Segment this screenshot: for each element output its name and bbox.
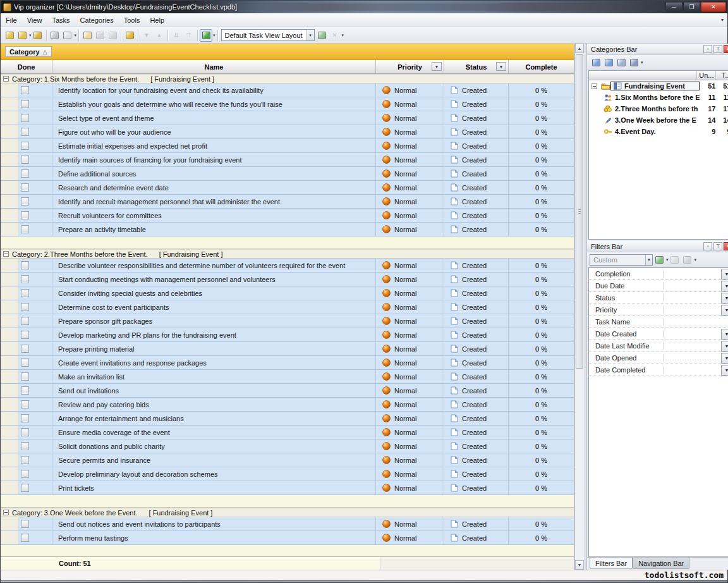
menu-item-view[interactable]: View xyxy=(22,15,47,26)
category-tree-item[interactable]: 2.Three Months before th1717 xyxy=(589,103,728,114)
delete-category-icon[interactable] xyxy=(628,56,640,69)
filter-value[interactable] xyxy=(664,364,721,376)
done-checkbox[interactable] xyxy=(21,261,29,269)
collapse-tree-icon[interactable] xyxy=(592,83,597,89)
delete-filter-icon[interactable] xyxy=(681,254,694,266)
category-group-row[interactable]: Category: 2.Three Months before the Even… xyxy=(1,249,574,259)
table-scrollbar[interactable]: ▲ ▼ xyxy=(574,44,584,570)
column-header-name[interactable]: Name xyxy=(52,60,376,73)
task-row[interactable]: Select type of event and themeNormalCrea… xyxy=(1,111,574,125)
layout-combo-dropdown-icon[interactable]: ▾ xyxy=(306,30,314,40)
done-checkbox[interactable] xyxy=(21,225,29,233)
group-by-category-chip[interactable]: Category △ xyxy=(5,46,52,57)
category-tree-item[interactable]: 1.Six Months before the E1111 xyxy=(589,92,728,103)
task-row[interactable]: Start conducting meetings with managemen… xyxy=(1,273,574,286)
restore-button-icon[interactable]: ❐ xyxy=(683,2,700,12)
filters-toolbar-overflow-icon[interactable]: ▾ xyxy=(695,257,697,262)
duplicate-task-icon[interactable] xyxy=(106,29,119,42)
new-database-icon[interactable] xyxy=(3,29,16,42)
done-checkbox[interactable] xyxy=(21,289,29,297)
column-header-complete[interactable]: Complete xyxy=(509,60,574,73)
filter-dropdown-icon[interactable]: ▼ xyxy=(721,281,728,292)
done-checkbox[interactable] xyxy=(21,197,29,206)
filters-close-icon[interactable]: ✕ xyxy=(724,242,728,250)
filter-value[interactable] xyxy=(664,268,721,279)
done-checkbox[interactable] xyxy=(21,183,29,192)
done-checkbox[interactable] xyxy=(21,317,29,325)
print-icon[interactable] xyxy=(49,29,61,42)
tree-col-undone[interactable]: Un... xyxy=(697,71,716,80)
move-to-bottom-icon[interactable]: ⇊ xyxy=(170,29,183,42)
task-view-layout-icon[interactable] xyxy=(200,29,212,42)
done-checkbox[interactable] xyxy=(21,442,29,450)
categories-toolbar-overflow-icon[interactable]: ▾ xyxy=(641,60,643,65)
filter-value[interactable] xyxy=(664,316,728,328)
done-checkbox[interactable] xyxy=(21,400,29,408)
filter-value[interactable] xyxy=(664,304,721,316)
task-row[interactable]: Prepare an activity timetableNormalCreat… xyxy=(1,223,574,236)
done-checkbox[interactable] xyxy=(21,345,29,353)
scrollbar-track[interactable] xyxy=(575,53,584,560)
menu-item-help[interactable]: Help xyxy=(145,15,169,26)
task-row[interactable]: Identify and recruit management personne… xyxy=(1,195,574,209)
minimize-button-icon[interactable]: ─ xyxy=(665,2,682,12)
done-checkbox[interactable] xyxy=(21,359,29,367)
load-filter-dropdown-icon[interactable]: ▾ xyxy=(666,257,669,262)
done-checkbox[interactable] xyxy=(21,275,29,283)
category-group-row[interactable]: Category: 1.Six Months before the Event.… xyxy=(1,74,574,83)
collapse-group-icon[interactable] xyxy=(3,76,9,82)
filter-dropdown-icon[interactable]: ▼ xyxy=(721,365,728,376)
column-header-status[interactable]: Status ▼ xyxy=(444,60,509,73)
move-down-icon[interactable]: ▼ xyxy=(140,29,153,42)
done-checkbox[interactable] xyxy=(21,142,29,150)
task-row[interactable]: Create event invitations and response pa… xyxy=(1,356,574,370)
done-checkbox[interactable] xyxy=(21,484,29,492)
edit-category-icon[interactable] xyxy=(615,56,628,69)
task-row[interactable]: Send out notices and event invitations t… xyxy=(1,517,574,531)
view-task-icon[interactable] xyxy=(123,29,136,42)
task-row[interactable]: Define additional sourcesNormalCreated0 … xyxy=(1,167,574,181)
new-subcategory-icon[interactable] xyxy=(602,56,615,69)
category-tree-item[interactable]: 4.Event Day.99 xyxy=(589,126,728,137)
done-checkbox[interactable] xyxy=(21,156,29,164)
task-row[interactable]: Establish your goals and determine who w… xyxy=(1,97,574,111)
column-header-done[interactable]: Done xyxy=(1,60,52,73)
save-database-icon[interactable] xyxy=(32,29,44,42)
priority-filter-icon[interactable]: ▼ xyxy=(432,62,442,71)
filter-dropdown-icon[interactable]: ▼ xyxy=(721,353,728,364)
task-row[interactable]: Estimate initial expenses and expected n… xyxy=(1,139,574,153)
print-preview-dropdown-icon[interactable]: ▾ xyxy=(75,33,77,38)
done-checkbox[interactable] xyxy=(21,100,29,108)
task-row[interactable]: Prepare sponsor gift packagesNormalCreat… xyxy=(1,314,574,328)
task-row[interactable]: Review and pay catering bidsNormalCreate… xyxy=(1,398,574,412)
task-row[interactable]: Determine cost to event participantsNorm… xyxy=(1,300,574,314)
filter-value[interactable] xyxy=(664,340,721,352)
done-checkbox[interactable] xyxy=(21,128,29,136)
task-row[interactable]: Ensure media coverage of the eventNormal… xyxy=(1,426,574,439)
scroll-up-icon[interactable]: ▲ xyxy=(575,44,584,53)
tree-col-total[interactable]: T... xyxy=(716,71,728,80)
filter-preset-combo[interactable]: Custom▼ xyxy=(590,254,653,266)
filter-value[interactable] xyxy=(664,280,721,292)
done-checkbox[interactable] xyxy=(21,386,29,395)
close-button-icon[interactable]: ✕ xyxy=(701,2,726,12)
done-checkbox[interactable] xyxy=(21,428,29,436)
menu-item-file[interactable]: File xyxy=(1,15,22,26)
done-checkbox[interactable] xyxy=(21,372,29,381)
filter-value[interactable] xyxy=(664,352,721,364)
task-view-layout-combo[interactable]: Default Task View Layout▾ xyxy=(221,29,315,41)
task-row[interactable]: Prepare printing materialNormalCreated0 … xyxy=(1,342,574,356)
category-tree-item[interactable]: Fundraising Event5151 xyxy=(589,80,728,92)
task-row[interactable]: Make an invitation listNormalCreated0 % xyxy=(1,370,574,384)
filters-float-icon[interactable]: ▫ xyxy=(703,242,712,250)
done-checkbox[interactable] xyxy=(21,86,29,94)
print-preview-icon[interactable] xyxy=(61,29,74,42)
customize-layout-icon[interactable] xyxy=(316,29,329,42)
new-category-icon[interactable] xyxy=(590,56,602,69)
categories-pin-icon[interactable]: ⊤ xyxy=(713,45,722,53)
task-row[interactable]: Consider inviting special guests and cel… xyxy=(1,286,574,300)
filter-dropdown-icon[interactable]: ▼ xyxy=(721,329,728,340)
category-tree-item[interactable]: 3.One Week before the E1414 xyxy=(589,114,728,126)
open-database-icon[interactable] xyxy=(16,29,28,42)
task-row[interactable]: Develop preliminary layout and decoratio… xyxy=(1,467,574,481)
